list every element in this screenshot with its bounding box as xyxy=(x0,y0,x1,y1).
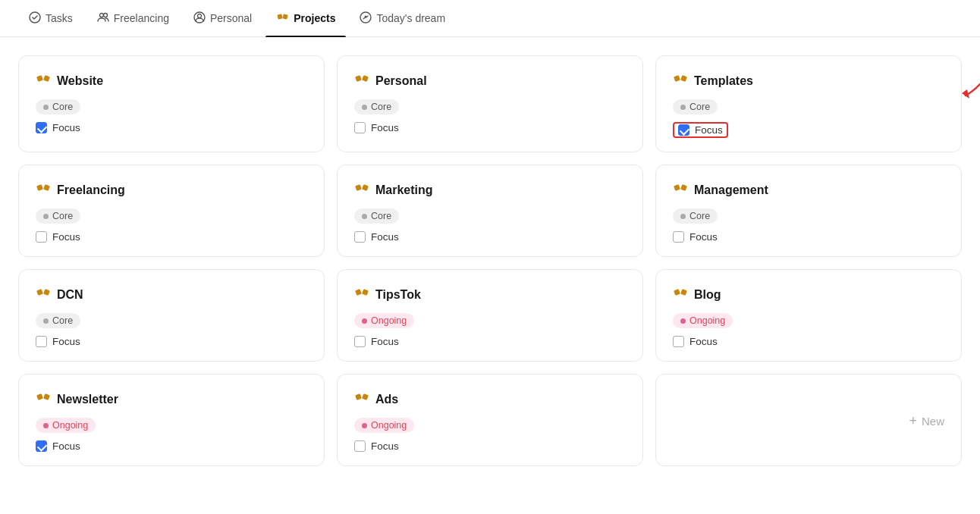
focus-checkbox-ads[interactable] xyxy=(354,440,366,452)
svg-rect-17 xyxy=(43,184,50,191)
badge-dot-management xyxy=(680,214,686,219)
nav-label-projects: Projects xyxy=(294,12,335,24)
nav-item-today[interactable]: Today's dream xyxy=(349,1,456,36)
project-icon-templates xyxy=(673,71,688,90)
focus-checkbox-templates[interactable] xyxy=(678,124,689,136)
focus-checkbox-newsletter[interactable] xyxy=(36,440,47,452)
badge-core-marketing: Core xyxy=(354,208,399,224)
focus-label-ads: Focus xyxy=(371,440,399,452)
focus-checkbox-freelancing[interactable] xyxy=(36,231,47,243)
badge-label-ads: Ongoing xyxy=(371,420,407,431)
badge-dot-ads xyxy=(362,423,367,428)
top-nav: Tasks Freelancing Personal xyxy=(0,0,980,37)
project-icon-newsletter xyxy=(36,390,51,409)
badge-label-website: Core xyxy=(52,102,73,112)
badge-label-management: Core xyxy=(689,211,710,221)
focus-checkbox-blog[interactable] xyxy=(673,336,684,347)
badge-dot-tipstok xyxy=(362,318,367,324)
nav-item-freelancing[interactable]: Freelancing xyxy=(86,1,180,36)
badge-core-templates: Core xyxy=(673,99,718,114)
svg-rect-14 xyxy=(680,75,687,82)
card-title-text-dcn: DCN xyxy=(57,288,83,302)
svg-rect-9 xyxy=(36,75,43,82)
card-title-freelancing: Freelancing xyxy=(36,180,307,199)
project-card-templates: Templates Core Focus xyxy=(655,55,962,152)
focus-row-dcn[interactable]: Focus xyxy=(36,336,307,347)
svg-rect-5 xyxy=(278,14,283,19)
badge-core-personal: Core xyxy=(354,99,399,114)
new-button-label: New xyxy=(922,415,944,428)
svg-rect-24 xyxy=(355,289,362,296)
focus-checkbox-tipstok[interactable] xyxy=(354,336,366,347)
project-card-newsletter: Newsletter Ongoing Focus xyxy=(18,374,325,466)
badge-dot-freelancing xyxy=(43,214,49,219)
svg-rect-23 xyxy=(43,289,50,296)
focus-checkbox-personal[interactable] xyxy=(354,122,366,133)
focus-checkbox-website[interactable] xyxy=(36,122,47,133)
focus-row-personal[interactable]: Focus xyxy=(354,122,626,133)
focus-label-tipstok: Focus xyxy=(371,336,399,347)
badge-label-freelancing: Core xyxy=(52,211,73,221)
focus-row-ads[interactable]: Focus xyxy=(354,440,626,452)
personal-icon xyxy=(193,11,206,26)
nav-label-today: Today's dream xyxy=(376,12,445,24)
badge-core-management: Core xyxy=(673,208,718,224)
card-title-marketing: Marketing xyxy=(354,180,626,199)
badge-dot-blog xyxy=(680,318,686,324)
focus-checkbox-marketing[interactable] xyxy=(354,231,366,243)
nav-item-tasks[interactable]: Tasks xyxy=(18,1,83,36)
focus-checkbox-dcn[interactable] xyxy=(36,336,47,347)
focus-checkbox-management[interactable] xyxy=(673,231,684,243)
focus-row-templates[interactable]: Focus xyxy=(673,122,944,138)
project-icon-ads xyxy=(354,390,369,409)
badge-dot-website xyxy=(43,105,49,110)
badge-dot-personal xyxy=(362,105,367,110)
focus-row-freelancing[interactable]: Focus xyxy=(36,231,307,243)
svg-rect-13 xyxy=(674,75,680,82)
badge-core-freelancing: Core xyxy=(36,208,80,224)
nav-item-projects[interactable]: Projects xyxy=(265,0,346,36)
svg-rect-29 xyxy=(43,393,50,400)
focus-row-tipstok[interactable]: Focus xyxy=(354,336,626,347)
card-title-text-management: Management xyxy=(694,183,768,197)
focus-row-website[interactable]: Focus xyxy=(36,122,307,133)
svg-rect-16 xyxy=(36,184,43,191)
badge-dot-templates xyxy=(680,105,686,110)
new-button[interactable]: + New xyxy=(909,413,944,429)
svg-rect-30 xyxy=(355,393,362,400)
badge-label-marketing: Core xyxy=(371,211,391,221)
app-container: Tasks Freelancing Personal xyxy=(0,0,980,514)
badge-ongoing-tipstok: Ongoing xyxy=(354,313,414,328)
badge-label-templates: Core xyxy=(689,102,710,112)
card-title-text-templates: Templates xyxy=(694,74,753,88)
focus-label-management: Focus xyxy=(689,231,718,243)
project-card-website: Website Core Focus xyxy=(18,55,325,152)
focus-label-blog: Focus xyxy=(689,336,718,347)
project-icon-marketing xyxy=(354,180,369,199)
project-icon-personal xyxy=(354,71,369,90)
project-card-personal: Personal Core Focus xyxy=(337,55,643,152)
project-card-management: Management Core Focus xyxy=(655,165,962,257)
badge-core-website: Core xyxy=(36,99,80,114)
project-card-ads: Ads Ongoing Focus xyxy=(337,374,643,466)
nav-item-personal[interactable]: Personal xyxy=(183,1,262,36)
svg-rect-6 xyxy=(283,14,288,19)
focus-row-marketing[interactable]: Focus xyxy=(354,231,626,243)
card-title-text-ads: Ads xyxy=(375,393,398,406)
nav-label-personal: Personal xyxy=(210,12,252,24)
focus-row-management[interactable]: Focus xyxy=(673,231,944,243)
focus-row-blog[interactable]: Focus xyxy=(673,336,944,347)
svg-point-8 xyxy=(365,15,367,17)
focus-label-dcn: Focus xyxy=(52,336,80,347)
badge-ongoing-blog: Ongoing xyxy=(673,313,733,328)
focus-label-templates: Focus xyxy=(695,124,723,136)
card-title-management: Management xyxy=(673,180,944,199)
focus-row-newsletter[interactable]: Focus xyxy=(36,440,307,452)
svg-rect-31 xyxy=(362,393,369,400)
project-card-new[interactable]: + New xyxy=(655,374,962,466)
svg-marker-15 xyxy=(962,89,969,99)
focus-label-personal: Focus xyxy=(371,122,399,133)
svg-rect-10 xyxy=(43,75,50,82)
badge-label-dcn: Core xyxy=(52,315,73,326)
svg-rect-19 xyxy=(362,184,369,191)
